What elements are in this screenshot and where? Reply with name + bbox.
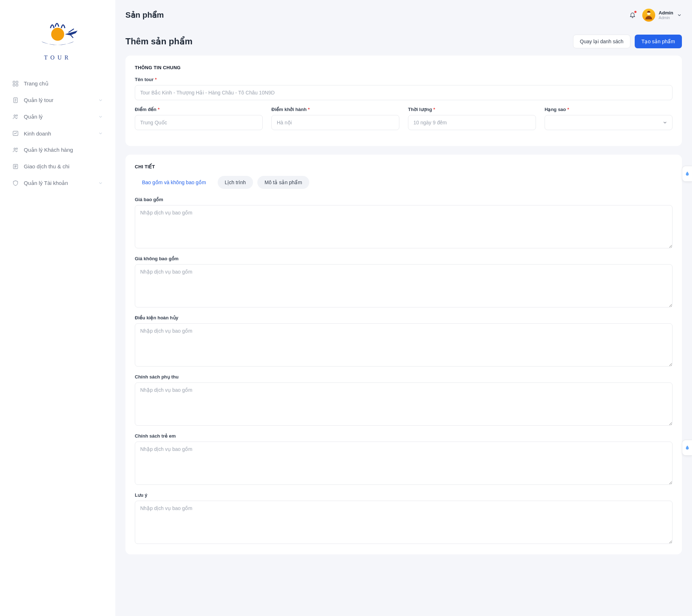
general-info-card: THÔNG TIN CHUNG Tên tour * Điểm đến * Đi… xyxy=(125,56,682,146)
topbar-right: Admin Admin xyxy=(629,9,682,22)
nav-label: Quản lý xyxy=(24,114,93,120)
svg-rect-2 xyxy=(16,81,18,83)
user-menu[interactable]: Admin Admin xyxy=(642,9,682,22)
sidebar-item-manage[interactable]: Quản lý xyxy=(6,108,109,125)
destination-label: Điểm đến * xyxy=(135,107,263,112)
nav-label: Kinh doanh xyxy=(24,130,93,137)
sidebar-item-transactions[interactable]: Giao dịch thu & chi xyxy=(6,158,109,175)
departure-label: Điểm khởi hành * xyxy=(271,107,399,112)
section-heading: THÔNG TIN CHUNG xyxy=(135,65,673,70)
cancel-policy-label: Điều kiện hoàn hủy xyxy=(135,315,673,320)
notes-label: Lưu ý xyxy=(135,492,673,498)
main-content: Sản phẩm Admin A xyxy=(115,0,692,616)
notification-dot xyxy=(634,11,636,13)
svg-rect-1 xyxy=(13,81,15,83)
grid-icon xyxy=(12,80,19,87)
avatar-icon xyxy=(644,10,654,20)
back-button[interactable]: Quay lại danh sách xyxy=(573,35,630,48)
price-include-label: Giá bao gồm xyxy=(135,197,673,202)
brand-name: TOUR xyxy=(0,54,115,61)
cancel-policy-textarea[interactable] xyxy=(135,323,673,367)
child-policy-label: Chính sách trẻ em xyxy=(135,433,673,439)
section-heading: CHI TIẾT xyxy=(135,164,673,169)
chevron-down-icon xyxy=(98,114,103,119)
nav-label: Quản lý Tài khoản xyxy=(24,180,93,186)
star-label: Hạng sao * xyxy=(545,107,673,112)
notes-textarea[interactable] xyxy=(135,501,673,544)
action-buttons: Quay lại danh sách Tạo sản phẩm xyxy=(573,35,682,48)
droplet-icon xyxy=(684,171,690,177)
chevron-down-icon xyxy=(98,181,103,186)
detail-card: CHI TIẾT Bao gồm và không bao gồm Lịch t… xyxy=(125,155,682,554)
brand-logo-icon xyxy=(34,18,81,50)
nav-list: Trang chủ Quản lý tour Quản lý Kinh doan… xyxy=(0,75,115,191)
nav-label: Quản lý tour xyxy=(24,97,93,103)
price-exclude-textarea[interactable] xyxy=(135,264,673,307)
users-icon xyxy=(12,147,19,153)
surcharge-textarea[interactable] xyxy=(135,382,673,426)
price-include-textarea[interactable] xyxy=(135,205,673,248)
topbar: Sản phẩm Admin A xyxy=(125,9,682,22)
logo[interactable]: TOUR xyxy=(0,11,115,75)
svg-rect-4 xyxy=(16,84,18,86)
create-button[interactable]: Tạo sản phẩm xyxy=(635,35,682,48)
duration-input[interactable] xyxy=(408,115,536,130)
tour-name-label: Tên tour * xyxy=(135,77,673,82)
sidebar-item-tour[interactable]: Quản lý tour xyxy=(6,92,109,108)
nav-label: Trang chủ xyxy=(24,80,103,87)
svg-point-9 xyxy=(14,148,16,150)
svg-point-6 xyxy=(14,115,16,117)
nav-label: Giao dịch thu & chi xyxy=(24,163,103,170)
users-icon xyxy=(12,114,19,120)
shield-icon xyxy=(12,180,19,186)
sidebar-item-customers[interactable]: Quản lý Khách hàng xyxy=(6,142,109,158)
chevron-down-icon xyxy=(677,13,682,18)
nav-label: Quản lý Khách hàng xyxy=(24,147,103,153)
surcharge-label: Chính sách phụ thu xyxy=(135,374,673,380)
svg-point-0 xyxy=(51,28,64,41)
tab-itinerary[interactable]: Lịch trình xyxy=(218,176,253,189)
user-name: Admin xyxy=(659,10,673,15)
side-widget[interactable] xyxy=(682,440,692,456)
svg-point-7 xyxy=(16,115,18,116)
chevron-down-icon xyxy=(98,98,103,103)
tab-description[interactable]: Mô tả sản phẩm xyxy=(257,176,309,189)
departure-input[interactable] xyxy=(271,115,399,130)
svg-rect-3 xyxy=(13,84,15,86)
sidebar: TOUR Trang chủ Quản lý tour Quản lý Kinh… xyxy=(0,0,115,616)
destination-input[interactable] xyxy=(135,115,263,130)
svg-point-10 xyxy=(16,148,18,149)
avatar xyxy=(642,9,655,22)
star-select[interactable] xyxy=(545,115,673,130)
price-exclude-label: Giá không bao gồm xyxy=(135,256,673,261)
notifications-button[interactable] xyxy=(629,12,636,19)
sub-title: Thêm sản phẩm xyxy=(125,36,192,46)
page-title: Sản phẩm xyxy=(125,10,164,20)
user-role: Admin xyxy=(659,15,673,20)
sidebar-item-home[interactable]: Trang chủ xyxy=(6,75,109,92)
sidebar-item-business[interactable]: Kinh doanh xyxy=(6,125,109,142)
chevron-down-icon xyxy=(98,131,103,136)
droplet-icon xyxy=(684,445,690,451)
subheader: Thêm sản phẩm Quay lại danh sách Tạo sản… xyxy=(125,35,682,48)
duration-label: Thời lượng * xyxy=(408,107,536,112)
user-meta: Admin Admin xyxy=(659,10,673,20)
document-icon xyxy=(12,97,19,103)
tour-name-input[interactable] xyxy=(135,85,673,100)
list-icon xyxy=(12,163,19,170)
tab-includes[interactable]: Bao gồm và không bao gồm xyxy=(135,176,213,189)
side-widget[interactable] xyxy=(682,166,692,182)
chart-icon xyxy=(12,130,19,137)
detail-tabs: Bao gồm và không bao gồm Lịch trình Mô t… xyxy=(135,176,673,189)
sidebar-item-accounts[interactable]: Quản lý Tài khoản xyxy=(6,175,109,191)
child-policy-textarea[interactable] xyxy=(135,442,673,485)
